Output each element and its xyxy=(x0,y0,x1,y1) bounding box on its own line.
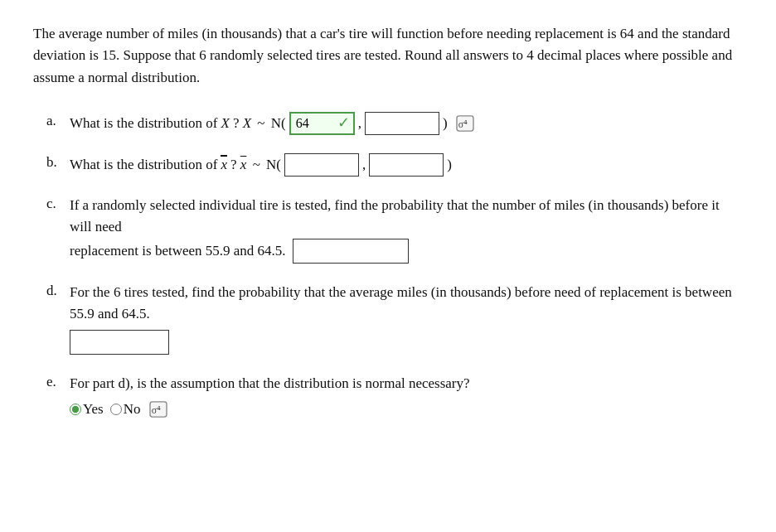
question-d-input[interactable] xyxy=(70,330,169,355)
svg-text:σ⁴: σ⁴ xyxy=(151,404,160,415)
question-b-input1[interactable] xyxy=(284,153,359,177)
question-a-check: ✓ xyxy=(337,112,350,135)
question-a-input1-wrapper: ✓ xyxy=(289,112,355,135)
question-a-close: ) xyxy=(443,113,448,134)
question-d-text: For the 6 tires tested, find the probabi… xyxy=(70,282,743,326)
question-a-text-before: What is the distribution of xyxy=(70,113,217,134)
question-e-text: For part d), is the assumption that the … xyxy=(70,373,743,394)
question-e-hint-icon[interactable]: σ⁴ xyxy=(148,400,169,418)
question-c-text: If a randomly selected individual tire i… xyxy=(70,195,743,264)
question-e-no-label[interactable]: No xyxy=(110,399,141,420)
question-e: e. For part d), is the assumption that t… xyxy=(46,373,743,420)
question-b-comma: , xyxy=(362,154,366,176)
question-c-label: c. xyxy=(46,195,70,212)
question-a-var: X xyxy=(221,113,229,134)
question-e-no-radio[interactable] xyxy=(110,404,122,415)
question-b-text-after: ? x ~ N( xyxy=(230,154,281,176)
questions-container: a. What is the distribution of X ? X ~ N… xyxy=(33,112,743,420)
question-a-input2[interactable] xyxy=(365,112,439,135)
question-a-hint-icon[interactable]: σ⁴ xyxy=(454,114,476,133)
question-d-content: For the 6 tires tested, find the probabi… xyxy=(70,282,743,355)
question-a-content: What is the distribution of X ? X ~ N( ✓… xyxy=(70,112,743,135)
question-e-label: e. xyxy=(46,373,70,390)
question-a-label: a. xyxy=(46,112,70,129)
question-c: c. If a randomly selected individual tir… xyxy=(46,195,743,264)
question-b-input2[interactable] xyxy=(369,153,444,177)
intro-paragraph: The average number of miles (in thousand… xyxy=(33,23,743,89)
question-e-content: For part d), is the assumption that the … xyxy=(70,373,743,420)
question-e-yes-text: Yes xyxy=(83,399,104,420)
question-e-no-text: No xyxy=(124,399,141,420)
question-a-comma: , xyxy=(358,113,361,134)
question-b-label: b. xyxy=(46,153,70,171)
question-c-input[interactable] xyxy=(293,239,409,264)
question-e-yes-radio[interactable] xyxy=(70,404,81,415)
question-b-close: ) xyxy=(447,154,452,176)
question-d-label: d. xyxy=(46,282,70,299)
question-a-input1[interactable] xyxy=(294,116,336,131)
question-b-text-before: What is the distribution of xyxy=(70,154,217,176)
question-c-content: If a randomly selected individual tire i… xyxy=(70,195,743,264)
question-b: b. What is the distribution of x ? x ~ N… xyxy=(46,153,743,177)
question-d: d. For the 6 tires tested, find the prob… xyxy=(46,282,743,355)
question-b-var: x xyxy=(221,154,227,176)
question-b-content: What is the distribution of x ? x ~ N( ,… xyxy=(70,153,743,177)
question-e-yes-label[interactable]: Yes xyxy=(70,399,104,420)
question-a: a. What is the distribution of X ? X ~ N… xyxy=(46,112,743,135)
svg-text:σ⁴: σ⁴ xyxy=(458,118,467,130)
question-a-text-after: ? X ~ N( xyxy=(233,113,286,134)
